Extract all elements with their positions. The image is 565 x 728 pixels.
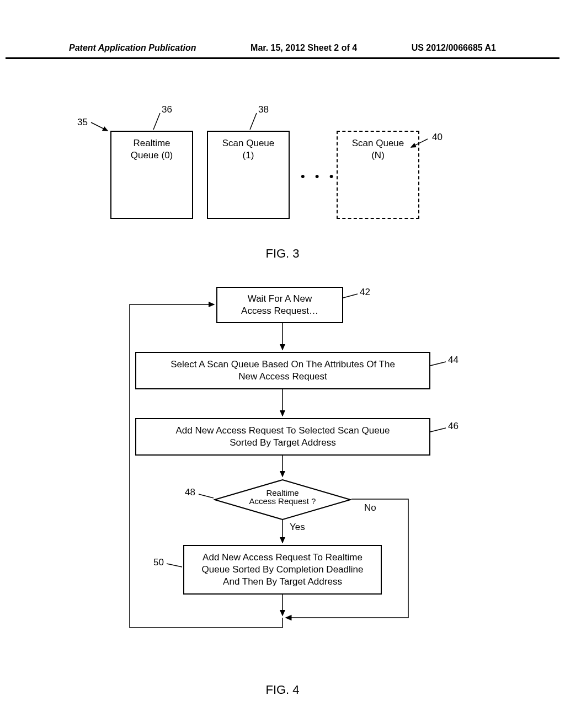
fig4-caption: FIG. 4 [0, 683, 565, 697]
box1-line1: Realtime [111, 137, 192, 149]
svg-line-0 [91, 122, 108, 131]
ref-50: 50 [153, 557, 164, 568]
box46-line2: Sorted By Target Address [175, 437, 390, 449]
page-header: Patent Application Publication Mar. 15, … [6, 0, 559, 59]
svg-line-11 [430, 428, 446, 432]
svg-line-13 [167, 564, 182, 567]
svg-line-9 [343, 294, 358, 298]
box-add-to-scan-queue: Add New Access Request To Selected Scan … [135, 418, 430, 456]
box3-line1: Scan Queue [338, 137, 418, 149]
box50-line2: Queue Sorted By Completion Deadline [202, 564, 364, 576]
figure-4: Wait For A New Access Request… 42 Select… [0, 280, 565, 677]
decision-yes-label: Yes [290, 522, 305, 533]
decision-realtime-request: Realtime Access Request ? [214, 479, 351, 517]
decision-no-label: No [364, 502, 376, 513]
svg-line-2 [250, 113, 257, 130]
box50-line1: Add New Access Request To Realtime [202, 552, 364, 564]
header-right: US 2012/0066685 A1 [412, 43, 496, 53]
box44-line2: New Access Request [170, 371, 395, 383]
box-select-scan-queue: Select A Scan Queue Based On The Attribu… [135, 352, 430, 389]
ref-48: 48 [185, 487, 195, 498]
ref-46: 46 [448, 421, 459, 432]
box50-line3: And Then By Target Address [202, 576, 364, 588]
box3-line2: (N) [338, 149, 418, 162]
box-wait-new-request: Wait For A New Access Request… [216, 287, 343, 323]
ellipsis-icon: • • • [301, 169, 337, 184]
svg-line-1 [153, 113, 160, 130]
box-add-to-realtime-queue: Add New Access Request To Realtime Queue… [183, 545, 382, 595]
ref-44: 44 [448, 355, 459, 366]
ref-42: 42 [360, 287, 370, 298]
box44-line1: Select A Scan Queue Based On The Attribu… [170, 358, 395, 371]
box2-line1: Scan Queue [208, 137, 289, 149]
header-left: Patent Application Publication [69, 43, 196, 53]
dec48-line1: Realtime [214, 489, 351, 497]
dec48-line2: Access Request ? [214, 497, 351, 505]
box46-line1: Add New Access Request To Selected Scan … [175, 425, 390, 437]
ref-36: 36 [162, 104, 172, 115]
ref-40: 40 [432, 132, 443, 143]
scan-queue-n-box: Scan Queue (N) [337, 131, 419, 219]
box42-line2: Access Request… [241, 305, 318, 317]
svg-line-10 [430, 362, 446, 366]
header-center: Mar. 15, 2012 Sheet 2 of 4 [250, 43, 357, 53]
box2-line2: (1) [208, 149, 289, 162]
svg-line-12 [199, 494, 214, 498]
fig3-caption: FIG. 3 [0, 247, 565, 261]
figure-3: 35 36 38 40 Realtime Queue (0) Scan Queu… [0, 109, 565, 241]
ref-38: 38 [258, 104, 269, 115]
box1-line2: Queue (0) [111, 149, 192, 162]
scan-queue-1-box: Scan Queue (1) [207, 131, 290, 219]
box42-line1: Wait For A New [241, 293, 318, 305]
realtime-queue-box: Realtime Queue (0) [110, 131, 193, 219]
